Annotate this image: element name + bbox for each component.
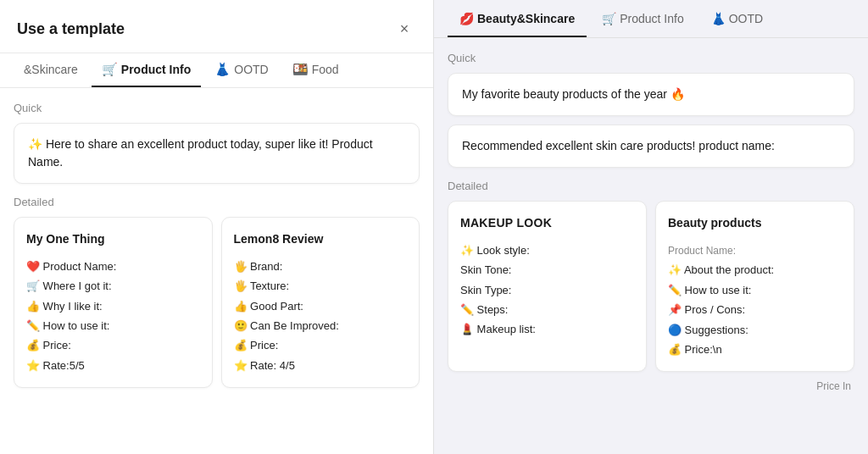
- food-tab-label: Food: [312, 63, 339, 76]
- detail-card-makeup-look[interactable]: MAKEUP LOOK ✨ Look style: Skin Tone: Ski…: [448, 201, 647, 372]
- product-info-tab-emoji: 🛒: [102, 62, 118, 77]
- left-detailed-divider: Detailed: [14, 196, 420, 208]
- left-quick-card-1-text: ✨ Here to share an excellent product tod…: [28, 137, 373, 169]
- modal-title: Use a template: [17, 20, 125, 38]
- right-panel: 💋 Beauty&Skincare 🛒 Product Info 👗 OOTD …: [434, 0, 868, 454]
- right-tab-ootd[interactable]: 👗 OOTD: [699, 0, 775, 37]
- tab-ootd[interactable]: 👗 OOTD: [204, 53, 278, 87]
- right-ootd-label: OOTD: [729, 12, 763, 25]
- tab-skincare[interactable]: &Skincare: [14, 54, 88, 86]
- beauty-skincare-emoji: 💋: [459, 12, 474, 25]
- product-info-tab-label: Product Info: [121, 63, 191, 76]
- right-ootd-emoji: 👗: [711, 12, 726, 25]
- left-detailed-grid: My One Thing ❤️ Product Name: 🛒 Where I …: [14, 217, 420, 388]
- left-panel: Use a template × &Skincare 🛒 Product Inf…: [0, 0, 434, 454]
- makeup-look-body: ✨ Look style: Skin Tone: Skin Type: ✏️ S…: [460, 241, 634, 340]
- close-button[interactable]: ×: [392, 17, 416, 41]
- right-content-area: Quick My favorite beauty products of the…: [434, 38, 868, 454]
- right-quick-card-2-text: Recommended excellent skin care products…: [462, 139, 775, 152]
- lemon8-body: 🖐️ Brand: 🖐️ Texture: 👍 Good Part: 🙂 Can…: [234, 257, 408, 375]
- my-one-thing-title: My One Thing: [26, 230, 200, 250]
- beauty-skincare-label: Beauty&Skincare: [477, 12, 575, 25]
- right-product-info-emoji: 🛒: [602, 12, 616, 25]
- detail-card-lemon8[interactable]: Lemon8 Review 🖐️ Brand: 🖐️ Texture: 👍 Go…: [221, 217, 420, 388]
- right-quick-card-2[interactable]: Recommended excellent skin care products…: [448, 125, 854, 168]
- modal-header: Use a template ×: [0, 0, 433, 53]
- beauty-products-body: Product Name: ✨ About the product: ✏️ Ho…: [668, 241, 842, 360]
- right-detailed-grid: MAKEUP LOOK ✨ Look style: Skin Tone: Ski…: [448, 201, 854, 372]
- right-tab-bar: 💋 Beauty&Skincare 🛒 Product Info 👗 OOTD: [434, 0, 868, 38]
- tab-food[interactable]: 🍱 Food: [282, 53, 349, 87]
- left-quick-label: Quick: [14, 102, 420, 114]
- lemon8-title: Lemon8 Review: [234, 230, 408, 250]
- makeup-look-title: MAKEUP LOOK: [460, 213, 634, 234]
- left-quick-card-1[interactable]: ✨ Here to share an excellent product tod…: [14, 123, 420, 184]
- right-tab-product-info[interactable]: 🛒 Product Info: [590, 0, 696, 37]
- right-detailed-divider: Detailed: [448, 180, 854, 192]
- left-detailed-label: Detailed: [14, 196, 420, 208]
- detail-card-beauty-products[interactable]: Beauty products Product Name: ✨ About th…: [655, 201, 854, 372]
- right-detailed-label: Detailed: [448, 180, 854, 192]
- skincare-tab-label: &Skincare: [24, 63, 78, 76]
- right-quick-card-1[interactable]: My favorite beauty products of the year …: [448, 73, 854, 116]
- tab-product-info[interactable]: 🛒 Product Info: [92, 53, 201, 87]
- ootd-tab-emoji: 👗: [214, 62, 231, 77]
- ootd-tab-label: OOTD: [234, 63, 268, 76]
- right-quick-card-1-text: My favorite beauty products of the year …: [462, 87, 685, 101]
- price-in-label: Price In: [816, 380, 851, 392]
- beauty-products-title: Beauty products: [668, 213, 842, 234]
- right-quick-label: Quick: [448, 52, 854, 64]
- my-one-thing-body: ❤️ Product Name: 🛒 Where I got it: 👍 Why…: [26, 257, 200, 375]
- right-product-info-label: Product Info: [620, 12, 684, 25]
- detail-card-my-one-thing[interactable]: My One Thing ❤️ Product Name: 🛒 Where I …: [14, 217, 213, 388]
- left-content-area: Quick ✨ Here to share an excellent produ…: [0, 88, 433, 454]
- right-tab-beauty-skincare[interactable]: 💋 Beauty&Skincare: [448, 0, 587, 37]
- food-tab-emoji: 🍱: [292, 62, 309, 77]
- left-tab-bar: &Skincare 🛒 Product Info 👗 OOTD 🍱 Food: [0, 53, 433, 88]
